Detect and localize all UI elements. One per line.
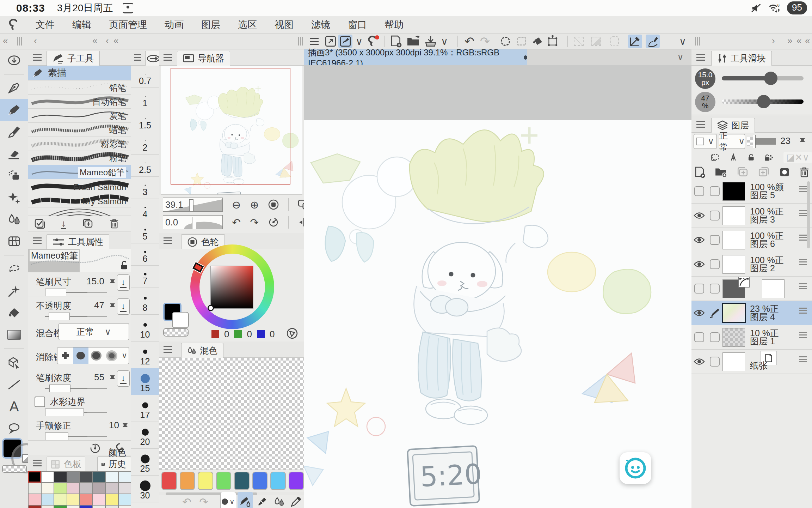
redo-icon[interactable]: ↷ xyxy=(478,35,492,48)
snap-icon[interactable] xyxy=(498,35,512,48)
history-color-swatch[interactable] xyxy=(105,483,118,494)
layer-thumbnail[interactable] xyxy=(722,328,745,347)
layer-row-纸张[interactable]: 纸张 xyxy=(691,350,812,374)
open-file-icon[interactable] xyxy=(406,35,420,48)
menu-item-3[interactable]: 动画 xyxy=(156,17,192,32)
subtool-brush-炭笔[interactable]: 炭笔 xyxy=(28,109,131,123)
fill-tool-icon-disabled[interactable] xyxy=(589,35,603,48)
mix-palette-swatch[interactable] xyxy=(180,472,195,490)
deselect-icon[interactable] xyxy=(515,35,529,48)
history-color-swatch[interactable] xyxy=(28,494,41,505)
merge-down-icon-disabled[interactable] xyxy=(737,166,749,178)
tab-subtool[interactable]: 子工具 xyxy=(47,51,100,66)
layer-edit-indicator[interactable] xyxy=(708,252,722,276)
layer-visibility-toggle[interactable] xyxy=(691,204,707,228)
clip-to-layer-icon[interactable] xyxy=(729,152,738,163)
canvas-tab-chevron-icon[interactable]: ∨ xyxy=(677,52,684,62)
subtool-brush-自动铅笔[interactable]: 自动铅笔 xyxy=(28,95,131,109)
line-tool[interactable] xyxy=(0,374,28,395)
clip-studio-icon[interactable] xyxy=(366,35,380,48)
history-color-swatch[interactable] xyxy=(93,483,106,494)
brush-tool[interactable] xyxy=(0,121,28,143)
panel-menu-icon[interactable] xyxy=(164,349,172,350)
dynamics-button[interactable]: ↓ xyxy=(117,298,130,315)
layer-visibility-toggle[interactable] xyxy=(691,252,707,276)
save-chevron-icon[interactable]: ∨ xyxy=(439,35,450,48)
main-menu-icon[interactable] xyxy=(307,35,321,48)
transparent-color-swatch[interactable] xyxy=(2,465,27,473)
brush-size-17[interactable]: 17 xyxy=(131,395,159,422)
mix-dropper-icon[interactable] xyxy=(288,492,304,508)
bucket-tool[interactable] xyxy=(0,302,28,324)
tab-mix[interactable]: 混色 xyxy=(181,343,223,358)
assistant-button[interactable] xyxy=(620,452,651,484)
layer-drag-handle[interactable] xyxy=(799,237,807,238)
layer-thumbnail[interactable] xyxy=(722,231,745,249)
subtool-brush-粉笔[interactable]: 粉笔 xyxy=(28,151,131,165)
select-layer-icon[interactable] xyxy=(710,152,719,163)
history-color-swatch[interactable] xyxy=(93,505,106,508)
layer-thumbnail[interactable] xyxy=(722,279,745,298)
panel-menu-icon[interactable] xyxy=(134,57,141,58)
pencil-tool[interactable] xyxy=(0,99,28,121)
aa-weak-button[interactable] xyxy=(73,347,88,364)
history-color-swatch[interactable] xyxy=(118,483,131,494)
multi-select-icon[interactable] xyxy=(34,218,45,229)
layer-row-图层 1[interactable]: 10 %正图层 1 xyxy=(691,325,812,350)
mix-undo-icon[interactable]: ↶ xyxy=(179,492,195,508)
menu-item-8[interactable]: 窗口 xyxy=(339,17,376,32)
frame-icon-disabled[interactable] xyxy=(608,35,622,48)
subtool-brush-Mameo鉛筆[interactable]: Mameo鉛筆 xyxy=(28,165,131,179)
mix-marker-icon[interactable] xyxy=(254,492,270,508)
panel-menu-icon[interactable] xyxy=(33,57,42,58)
mix-palette-swatch[interactable] xyxy=(234,472,250,490)
history-color-swatch[interactable] xyxy=(28,483,41,494)
stepper[interactable] xyxy=(109,301,116,310)
density-slider[interactable] xyxy=(45,388,87,389)
lock-alpha-icon[interactable] xyxy=(764,152,773,163)
history-color-swatch[interactable] xyxy=(118,471,131,483)
app-logo-icon[interactable] xyxy=(8,18,20,31)
brush-size-30[interactable]: 30 xyxy=(131,476,159,502)
canvas-tab[interactable]: 插画3* (3500 x 3000px 300dpi 39.1%：RGB:sRG… xyxy=(304,49,527,65)
eraser-tool[interactable] xyxy=(0,143,28,165)
history-color-swatch[interactable] xyxy=(28,505,41,508)
layer-row-图层 3[interactable]: 100 %正图层 3 xyxy=(691,204,812,228)
history-color-swatch[interactable] xyxy=(80,494,93,505)
collapse-left-icon[interactable]: « xyxy=(3,35,8,46)
import-subtool-icon[interactable]: ↓ xyxy=(61,219,66,229)
aa-strong-button[interactable] xyxy=(104,347,119,364)
aa-chevron-icon[interactable]: ∨ xyxy=(122,351,127,360)
history-color-swatch[interactable] xyxy=(28,471,41,483)
brush-size-2[interactable]: 2 xyxy=(131,132,159,155)
panel-menu-icon[interactable] xyxy=(164,57,172,58)
subtool-brush-粉彩笔[interactable]: 粉彩笔 xyxy=(28,137,131,151)
zoom-in-icon[interactable]: ⊕ xyxy=(250,199,259,211)
menu-item-6[interactable]: 视图 xyxy=(266,17,302,32)
layer-edit-indicator[interactable] xyxy=(708,350,722,374)
stepper[interactable] xyxy=(121,421,128,430)
tab-color-history[interactable]: 颜色历史记录 xyxy=(97,456,131,471)
layer-thumbnail[interactable] xyxy=(722,304,745,322)
layer-edit-indicator[interactable] xyxy=(708,325,722,349)
layer-palette-select[interactable]: ∨ xyxy=(694,134,717,149)
rotate-slider[interactable]: 0.0 xyxy=(163,215,223,229)
panel-menu-icon[interactable] xyxy=(696,57,705,58)
brush-size-5[interactable]: 5 xyxy=(131,221,159,243)
brush-size-slider[interactable] xyxy=(45,292,87,293)
history-color-swatch[interactable] xyxy=(41,505,54,508)
tab-navigator[interactable]: 导航器 xyxy=(177,51,230,66)
dock-grip[interactable] xyxy=(17,37,22,46)
transparent-swatch[interactable] xyxy=(163,328,189,337)
text-tool[interactable]: A xyxy=(0,395,28,417)
history-color-swatch[interactable] xyxy=(118,505,131,508)
opacity-slider[interactable] xyxy=(722,99,804,104)
tab-tool-slider[interactable]: 工具滑块 xyxy=(711,51,772,66)
reset-rotation-icon[interactable] xyxy=(268,217,279,228)
frame-tool[interactable] xyxy=(0,230,28,252)
subtool-brush-蜡笔[interactable]: 蜡笔 xyxy=(28,123,131,137)
panel-menu-icon[interactable] xyxy=(696,124,705,125)
mix-palette-swatch[interactable] xyxy=(270,472,286,490)
history-color-swatch[interactable] xyxy=(54,494,67,505)
layer-drag-handle[interactable] xyxy=(799,213,807,214)
